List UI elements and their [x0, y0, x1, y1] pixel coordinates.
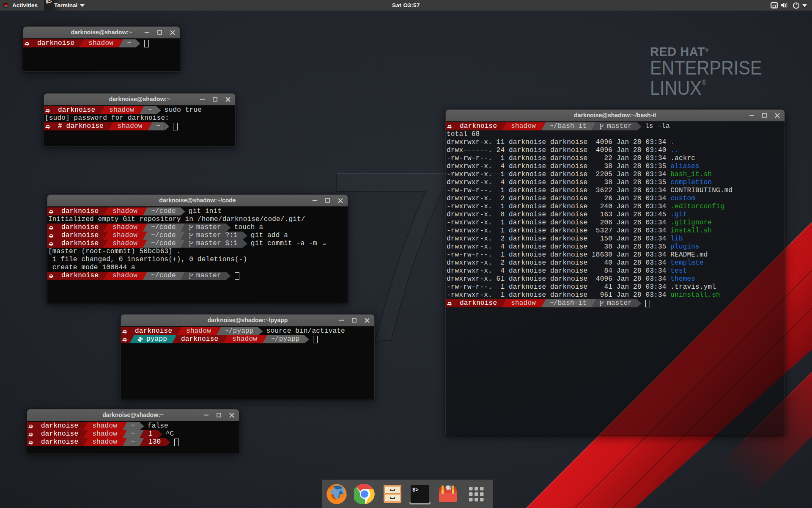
svg-text:$>: $> — [412, 487, 418, 493]
